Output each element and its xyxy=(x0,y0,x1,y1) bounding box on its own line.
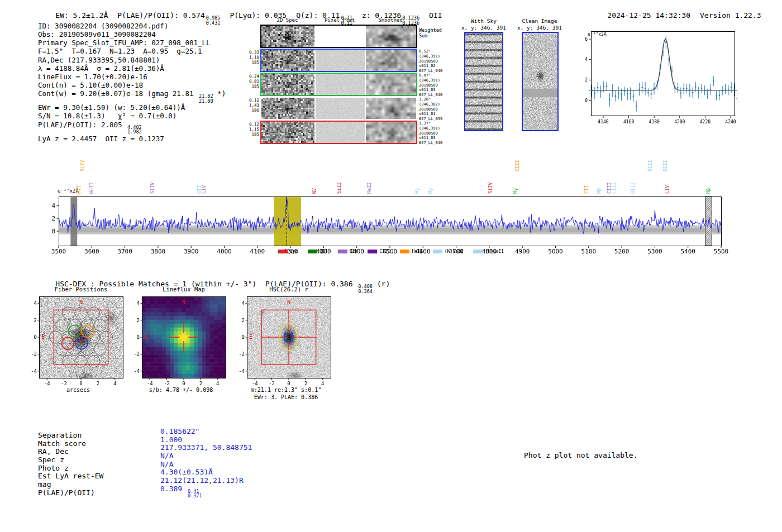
full-spectrum-plot xyxy=(34,147,748,258)
legend-item: CIII xyxy=(368,249,390,254)
elixer-detection-report: EW: 5.2±1.2ÅP(LAE)/P(OII): 0.5740.9850.4… xyxy=(0,0,782,532)
legend-label: OII xyxy=(320,249,327,254)
legend-label: Lyα xyxy=(290,249,298,254)
clean-image xyxy=(523,33,557,130)
legend-item: (H)CaII xyxy=(473,249,504,254)
match-row-value: 4.30(±0.53)Å xyxy=(160,468,213,476)
info-line: F=1.5" T=0.167 N=1.23 A=0.95 g=25.1 xyxy=(38,47,226,55)
spec2d-2dspec-image xyxy=(261,98,314,119)
spec2d-row-stats: 0.121.43186 xyxy=(246,98,259,113)
fiber-xlabel: arcsecs xyxy=(27,387,130,393)
info-line: RA,Dec (217.933395,50.848801) xyxy=(38,56,226,64)
spec2d-2dspec-image xyxy=(261,74,314,95)
info-line: S/N = 10.8(±1.3) χ² = 0.7(±0.0) xyxy=(38,112,226,120)
hsc-cutout-plot xyxy=(235,293,337,386)
legend-item: Lyα xyxy=(278,249,298,254)
lineflux-caption: s/b: 4.78 +/- 0.098 xyxy=(130,387,232,393)
match-row-value: N/A xyxy=(160,452,173,460)
match-row-value: 21.12(21.12,21.13)R xyxy=(160,476,244,485)
withsky-image xyxy=(465,33,502,130)
info-line: Obs: 20190509v011_3090082204 xyxy=(38,30,226,39)
match-row-value: 1.000 xyxy=(160,435,182,444)
legend-swatch xyxy=(368,250,377,253)
spec2d-row xyxy=(260,25,417,48)
spec2d-smoothed-image xyxy=(366,122,416,143)
spec2d-2dspec-image xyxy=(261,122,314,143)
info-line: LyA z = 2.4457 OII z = 0.1237 xyxy=(38,135,226,143)
legend-swatch xyxy=(308,250,317,253)
uncertainty-range: 0.410.371 xyxy=(188,489,202,499)
spec2d-row-stats: 0.331.10185 xyxy=(246,50,259,65)
plae-poii-value: P(LAE)/P(OII): 0.5740.9850.431 xyxy=(117,11,220,20)
match-row-label: mag xyxy=(38,480,51,488)
spec2d-smoothed-image xyxy=(366,26,416,47)
legend-label: (H)CaII xyxy=(485,249,504,254)
spec2d-pixelflat-image xyxy=(316,122,365,143)
legend-swatch xyxy=(278,250,288,253)
spec2d-2dspec-image xyxy=(261,50,314,71)
withsky-coords: x, y: 346, 391 xyxy=(456,25,512,31)
match-row-value: 217.933371, 50.848751 xyxy=(160,443,252,452)
hsc-dex-lo: 0.364 xyxy=(358,289,373,294)
uncertainty-range: 21.8221.80 xyxy=(199,94,213,103)
hsc-dex-uncertainty: 0.4080.364 xyxy=(358,284,373,294)
report-version: Version 1.22.3 xyxy=(700,11,761,20)
match-row-label: P(LAE)/P(OII) xyxy=(38,488,95,497)
line-fit-plot xyxy=(575,27,737,130)
spec2d-row-stats: 0.240.81185 xyxy=(246,74,259,89)
spec2d-col-header-2dspec: 2D Spec xyxy=(260,17,314,23)
line-type-label: OII xyxy=(429,11,442,20)
match-row-label: RA, Dec xyxy=(38,447,69,456)
legend-label: CIII xyxy=(379,249,390,254)
info-line: λ = 4188.84Å σ = 2.81(±0.36)Å xyxy=(38,64,226,73)
spec2d-col-header-pixelflat: Pixel Flat xyxy=(314,17,365,23)
match-row-label: Est LyA rest-EW xyxy=(38,472,103,480)
spec2d-row xyxy=(260,73,417,96)
legend-label: HeII xyxy=(412,249,422,254)
spec2d-pixelflat-image xyxy=(316,98,365,119)
legend-item: CIV xyxy=(338,249,357,254)
spec2d-pixelflat-image xyxy=(316,74,365,95)
info-line: P(LAE)/P(OII): 2.805 4.4021.982 xyxy=(38,121,226,135)
legend-swatch xyxy=(338,250,347,253)
detection-info-block: ID: 3090082204 (3090082204.pdf)Obs: 2019… xyxy=(38,22,226,143)
match-row-label: Photo z xyxy=(38,464,69,472)
spec2d-row-meta: 1.37"(346,391)20190509v011_03027_LL_040 xyxy=(419,121,454,146)
info-line: Cont(w) = 9.20(±0.07)e-18 (gmag 21.81 21… xyxy=(38,89,226,103)
withsky-title: With Sky xyxy=(456,18,512,24)
hsc-caption-1: m:21.1 re:1.3" s:0.1" xyxy=(235,387,337,393)
clean-image-frame xyxy=(522,32,559,131)
report-datetime: 2024-12-25 14:32:30 xyxy=(607,11,690,20)
spec2d-row xyxy=(260,97,417,120)
match-row-label: Match score xyxy=(38,439,86,448)
clean-title: Clean Image xyxy=(512,18,568,24)
spec2d-row xyxy=(260,49,417,72)
spectrum-line-legend: LyαOIICIVCIIIHeII(K)CaII(H)CaII xyxy=(56,249,726,254)
spec2d-row-meta: 0.52"(346,391)20190509v011_02027_LL_040 xyxy=(419,49,454,74)
legend-swatch xyxy=(400,250,409,253)
clean-coords: x, y: 346, 391 xyxy=(512,25,568,31)
ew-value: EW: 5.2±1.2Å xyxy=(55,11,108,20)
spec2d-pixelflat-image xyxy=(316,26,365,47)
fiber-positions-title: Fiber Positions xyxy=(31,286,131,293)
plae-poii-text: P(LAE)/P(OII): 0.574 xyxy=(117,11,205,20)
match-row-value: N/A xyxy=(160,460,173,468)
spec2d-smoothed-image xyxy=(366,50,416,71)
legend-swatch xyxy=(433,250,442,253)
datetime-version: 2024-12-25 14:32:30Version 1.22.3 xyxy=(590,3,761,28)
fiber-positions-plot xyxy=(27,293,130,386)
info-line: Primary Spec_Slot_IFU_AMP: 027_098_001_L… xyxy=(38,39,226,47)
match-row-value: 0.389 0.410.371 xyxy=(160,485,202,499)
info-line: Cont(n) = 5.10(±0.00)e-18 xyxy=(38,81,226,89)
spec2d-row xyxy=(260,121,417,144)
match-row-value: 0.185622" xyxy=(160,427,199,435)
legend-item: OII xyxy=(308,249,327,254)
spec2d-pixelflat-image xyxy=(316,50,365,71)
hsc-caption-2: EWr: 3. PLAE: 0.386 xyxy=(235,394,337,400)
hsc-cutout-title: HSC(26.2) r xyxy=(239,286,338,293)
match-table: Separation0.185622"Match score1.000RA, D… xyxy=(38,431,328,502)
hsc-dex-suffix: (r) xyxy=(373,280,390,288)
withsky-image-frame xyxy=(464,32,503,131)
legend-swatch xyxy=(473,250,483,253)
weighted-sum-label: WeightedSum xyxy=(419,28,454,39)
